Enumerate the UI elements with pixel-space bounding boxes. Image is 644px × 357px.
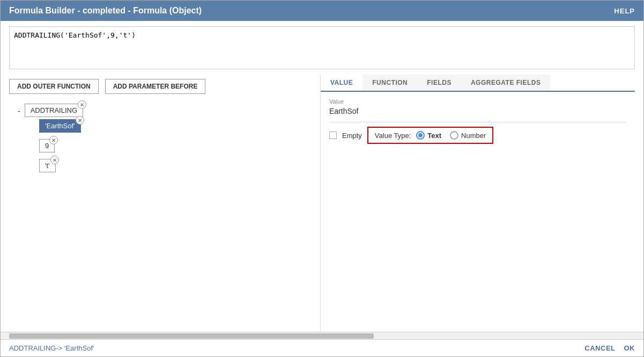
formula-input[interactable]: ADDTRAILING('EarthSof',9,'t') (10, 27, 634, 69)
tab-content-value: Value EarthSof Empty Value Type: Text (321, 92, 635, 332)
tree-panel-wrapper: - ✕ ADDTRAILING ✕ (9, 98, 320, 332)
add-outer-function-button[interactable]: ADD OUTER FUNCTION (9, 79, 99, 94)
main-content: ADD OUTER FUNCTION ADD PARAMETER BEFORE … (9, 75, 635, 332)
chip-9-close[interactable]: ✕ (49, 136, 58, 144)
chip-earthsof[interactable]: ✕ 'EarthSof' (39, 119, 81, 133)
chip-t-close[interactable]: ✕ (50, 156, 59, 164)
radio-number-label: Number (461, 132, 486, 140)
bottom-scrollbar-thumb (9, 333, 374, 339)
value-type-box: Value Type: Text Number (367, 127, 493, 144)
chip-earthsof-close[interactable]: ✕ (76, 116, 84, 125)
chip-t[interactable]: ✕ 't' (39, 159, 56, 172)
chip-9-label: 9 (45, 142, 49, 150)
tree-node-earthsof: ✕ 'EarthSof' (39, 119, 312, 133)
child-nodes: ✕ 'EarthSof' ✕ 9 (39, 119, 312, 174)
tree-node-9: ✕ 9 (39, 139, 312, 152)
tab-aggregate-fields[interactable]: AGGREGATE FIELDS (461, 75, 550, 91)
root-chip-label: ADDTRAILING (31, 106, 77, 114)
root-node: - ✕ ADDTRAILING (18, 104, 312, 117)
value-field-value: EarthSof (329, 107, 626, 115)
tree-content: - ✕ ADDTRAILING ✕ (9, 98, 320, 206)
divider (329, 122, 626, 122)
title-bar: Formula Builder - completed - Formula (O… (1, 1, 643, 21)
radio-text[interactable]: Text (416, 131, 441, 140)
formula-builder-dialog: Formula Builder - completed - Formula (O… (0, 0, 644, 357)
bottom-scrollbar[interactable] (1, 332, 643, 339)
value-type-label: Value Type: (375, 132, 411, 140)
radio-group: Text Number (416, 131, 486, 140)
root-chip[interactable]: ✕ ADDTRAILING (25, 104, 83, 117)
footer-path: ADDTRAILING-> 'EarthSof' (9, 344, 94, 352)
tab-function[interactable]: FUNCTION (362, 75, 417, 91)
left-panel: ADD OUTER FUNCTION ADD PARAMETER BEFORE … (9, 75, 320, 332)
add-parameter-before-button[interactable]: ADD PARAMETER BEFORE (105, 79, 206, 94)
value-field-label: Value (329, 98, 626, 105)
chip-9[interactable]: ✕ 9 (39, 139, 55, 152)
empty-checkbox[interactable] (329, 132, 337, 139)
help-button[interactable]: HELP (614, 7, 635, 15)
tabs-row: VALUE FUNCTION FIELDS AGGREGATE FIELDS (321, 75, 635, 92)
action-buttons-row: ADD OUTER FUNCTION ADD PARAMETER BEFORE (9, 79, 320, 94)
formula-area: ADDTRAILING('EarthSof',9,'t') (9, 26, 635, 69)
footer-buttons: CANCEL OK (584, 344, 635, 352)
root-chip-close[interactable]: ✕ (78, 100, 86, 109)
footer: ADDTRAILING-> 'EarthSof' CANCEL OK (1, 339, 643, 356)
radio-text-circle[interactable] (416, 131, 425, 140)
dialog-title: Formula Builder - completed - Formula (O… (9, 6, 202, 16)
chip-t-label: 't' (45, 162, 50, 170)
value-type-row: Empty Value Type: Text (329, 127, 626, 144)
tab-value[interactable]: VALUE (321, 75, 362, 92)
ok-button[interactable]: OK (624, 344, 635, 352)
empty-label: Empty (342, 132, 362, 140)
tree-dash: - (18, 107, 20, 115)
tree-scroll-area[interactable]: - ✕ ADDTRAILING ✕ (9, 98, 320, 332)
chip-earthsof-label: 'EarthSof' (45, 122, 75, 130)
right-panel: VALUE FUNCTION FIELDS AGGREGATE FIELDS V… (320, 75, 635, 332)
radio-number-circle[interactable] (450, 131, 458, 140)
radio-text-label: Text (427, 132, 441, 140)
radio-number[interactable]: Number (450, 131, 486, 140)
tab-fields[interactable]: FIELDS (417, 75, 461, 91)
cancel-button[interactable]: CANCEL (584, 344, 615, 352)
tree-node-t: ✕ 't' (39, 159, 312, 172)
